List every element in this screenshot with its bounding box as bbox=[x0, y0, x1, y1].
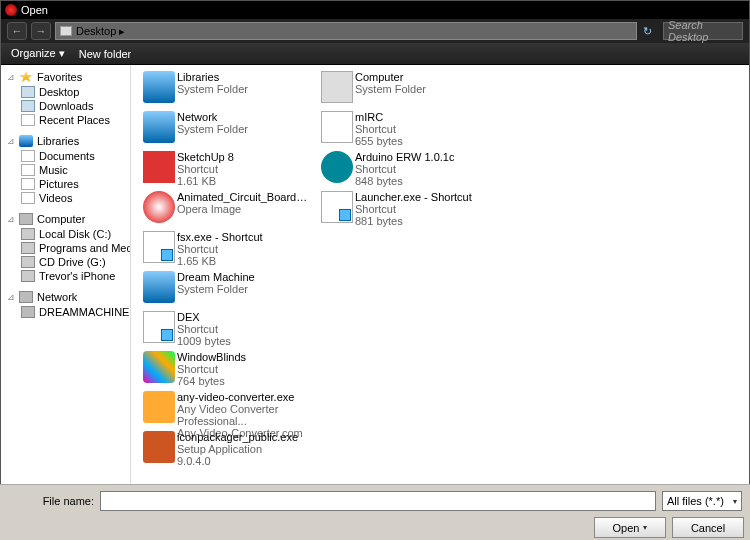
file-item[interactable]: DEXShortcut1009 bytes bbox=[139, 309, 317, 349]
file-icon bbox=[143, 351, 175, 383]
file-name: WindowBlinds bbox=[177, 351, 246, 363]
newfolder-button[interactable]: New folder bbox=[79, 48, 132, 60]
chevron-icon: ⊿ bbox=[7, 292, 15, 302]
sidebar-item[interactable]: Videos bbox=[1, 191, 130, 205]
file-name: Computer bbox=[355, 71, 426, 83]
file-name: Network bbox=[177, 111, 248, 123]
item-icon bbox=[21, 192, 35, 204]
sidebar-group-libraries[interactable]: ⊿Libraries bbox=[1, 133, 130, 149]
cancel-button[interactable]: Cancel bbox=[672, 517, 744, 538]
file-item[interactable]: SketchUp 8Shortcut1.61 KB bbox=[139, 149, 317, 189]
file-icon bbox=[321, 151, 353, 183]
file-type: System Folder bbox=[355, 83, 426, 95]
item-icon bbox=[21, 270, 35, 282]
filename-input[interactable] bbox=[100, 491, 656, 511]
group-icon bbox=[19, 213, 33, 225]
file-item[interactable]: Dream MachineSystem Folder bbox=[139, 269, 317, 309]
sidebar-item[interactable]: Music bbox=[1, 163, 130, 177]
file-item[interactable]: ComputerSystem Folder bbox=[317, 69, 495, 109]
file-icon bbox=[143, 391, 175, 423]
sidebar-item[interactable]: Desktop bbox=[1, 85, 130, 99]
file-item[interactable]: iconpackager_public.exeSetup Application… bbox=[139, 429, 317, 469]
file-type: Shortcut bbox=[177, 243, 263, 255]
file-size: 1009 bytes bbox=[177, 335, 231, 347]
item-icon bbox=[21, 164, 35, 176]
file-icon bbox=[143, 111, 175, 143]
file-name: DEX bbox=[177, 311, 231, 323]
sidebar-group-network[interactable]: ⊿Network bbox=[1, 289, 130, 305]
file-icon bbox=[143, 151, 175, 183]
file-list[interactable]: LibrariesSystem FolderNetworkSystem Fold… bbox=[131, 65, 749, 485]
file-icon bbox=[143, 191, 175, 223]
file-item[interactable]: fsx.exe - ShortcutShortcut1.65 KB bbox=[139, 229, 317, 269]
address-bar[interactable]: Desktop ▸ bbox=[55, 22, 637, 40]
file-type: System Folder bbox=[177, 283, 255, 295]
item-icon bbox=[21, 306, 35, 318]
sidebar-group-favorites[interactable]: ⊿Favorites bbox=[1, 69, 130, 85]
file-item[interactable]: Arduino ERW 1.0.1cShortcut848 bytes bbox=[317, 149, 495, 189]
file-item[interactable]: mIRCShortcut655 bytes bbox=[317, 109, 495, 149]
file-icon bbox=[143, 271, 175, 303]
file-name: any-video-converter.exe bbox=[177, 391, 313, 403]
file-icon bbox=[143, 231, 175, 263]
search-input[interactable]: Search Desktop bbox=[663, 22, 743, 40]
item-icon bbox=[21, 86, 35, 98]
file-item[interactable]: LibrariesSystem Folder bbox=[139, 69, 317, 109]
sidebar-item[interactable]: CD Drive (G:) bbox=[1, 255, 130, 269]
item-icon bbox=[21, 150, 35, 162]
file-item[interactable]: NetworkSystem Folder bbox=[139, 109, 317, 149]
back-button[interactable]: ← bbox=[7, 22, 27, 40]
group-icon bbox=[19, 291, 33, 303]
file-type: Shortcut bbox=[177, 323, 231, 335]
file-type: Shortcut bbox=[355, 123, 403, 135]
organize-menu[interactable]: Organize ▾ bbox=[11, 47, 65, 60]
forward-button[interactable]: → bbox=[31, 22, 51, 40]
file-name: Arduino ERW 1.0.1c bbox=[355, 151, 454, 163]
chevron-down-icon: ▾ bbox=[733, 497, 737, 506]
file-item[interactable]: any-video-converter.exeAny Video Convert… bbox=[139, 389, 317, 429]
sidebar-item[interactable]: Downloads bbox=[1, 99, 130, 113]
file-type: Setup Application bbox=[177, 443, 298, 455]
file-size: 848 bytes bbox=[355, 175, 454, 187]
file-icon bbox=[143, 431, 175, 463]
file-type: Shortcut bbox=[177, 363, 246, 375]
sidebar-item[interactable]: Programs and Media bbox=[1, 241, 130, 255]
filetype-combo[interactable]: All files (*.*)▾ bbox=[662, 491, 742, 511]
file-name: Libraries bbox=[177, 71, 248, 83]
sidebar-item[interactable]: Pictures bbox=[1, 177, 130, 191]
toolbar: Organize ▾ New folder bbox=[1, 43, 749, 65]
group-icon bbox=[19, 135, 33, 147]
item-icon bbox=[21, 228, 35, 240]
file-size: 1.65 KB bbox=[177, 255, 263, 267]
sidebar-item[interactable]: Documents bbox=[1, 149, 130, 163]
refresh-button[interactable]: ↻ bbox=[643, 25, 657, 37]
sidebar-item[interactable]: DREAMMACHINE bbox=[1, 305, 130, 319]
file-item[interactable]: WindowBlindsShortcut764 bytes bbox=[139, 349, 317, 389]
file-type: System Folder bbox=[177, 123, 248, 135]
file-icon bbox=[321, 191, 353, 223]
sidebar-group-computer[interactable]: ⊿Computer bbox=[1, 211, 130, 227]
chevron-icon: ⊿ bbox=[7, 214, 15, 224]
file-icon bbox=[143, 71, 175, 103]
file-icon bbox=[321, 71, 353, 103]
group-icon bbox=[19, 71, 33, 83]
file-item[interactable]: Animated_Circuit_Board_by_mizerydearia.g… bbox=[139, 189, 317, 229]
file-size: 764 bytes bbox=[177, 375, 246, 387]
window-title: Open bbox=[21, 4, 48, 16]
file-type: System Folder bbox=[177, 83, 248, 95]
file-item[interactable]: Launcher.exe - ShortcutShortcut881 bytes bbox=[317, 189, 495, 229]
dialog-footer: File name: All files (*.*)▾ Open▾ Cancel bbox=[0, 484, 750, 540]
open-button[interactable]: Open▾ bbox=[594, 517, 666, 538]
item-icon bbox=[21, 256, 35, 268]
file-icon bbox=[143, 311, 175, 343]
file-name: Animated_Circuit_Board_by_mizerydearia.g… bbox=[177, 191, 313, 203]
sidebar-item[interactable]: Recent Places bbox=[1, 113, 130, 127]
sidebar: ⊿FavoritesDesktopDownloadsRecent Places⊿… bbox=[1, 65, 131, 485]
sidebar-item[interactable]: Trevor's iPhone bbox=[1, 269, 130, 283]
item-icon bbox=[21, 100, 35, 112]
sidebar-item[interactable]: Local Disk (C:) bbox=[1, 227, 130, 241]
file-type: Shortcut bbox=[177, 163, 234, 175]
file-name: Dream Machine bbox=[177, 271, 255, 283]
file-name: Launcher.exe - Shortcut bbox=[355, 191, 472, 203]
file-name: mIRC bbox=[355, 111, 403, 123]
